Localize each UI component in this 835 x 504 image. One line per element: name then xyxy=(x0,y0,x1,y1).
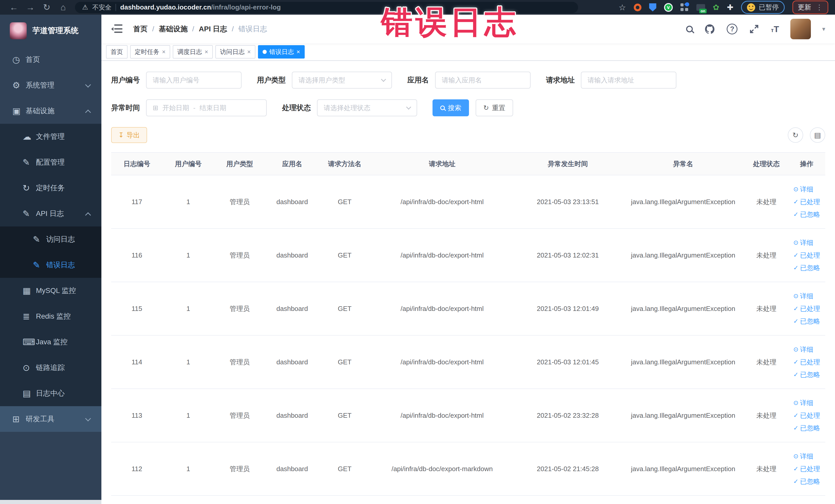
sidebar-item-label: 基础设施 xyxy=(26,106,55,116)
paused-profile-chip[interactable]: 已暂停 xyxy=(741,1,785,14)
help-icon[interactable]: ? xyxy=(727,24,737,35)
exception-time-range-picker[interactable]: ⊞ 开始日期 - 结束日期 xyxy=(146,99,267,116)
reload-icon[interactable]: ↻ xyxy=(40,0,54,15)
sidebar-item-14[interactable]: ⊞研发工具 xyxy=(0,406,101,432)
tab-1[interactable]: 定时任务× xyxy=(130,45,170,59)
cell-app: dashboard xyxy=(265,389,319,442)
chevron-down-icon xyxy=(85,82,91,88)
screen: ← → ↻ ⌂ ⚠ 不安全 dashboard.yudao.iocoder.cn… xyxy=(0,0,835,504)
extension-grid-drop-icon[interactable] xyxy=(680,3,689,12)
sidebar-item-4[interactable]: ✎配置管理 xyxy=(0,149,101,175)
bookmark-star-icon[interactable]: ☆ xyxy=(618,3,626,12)
export-button[interactable]: ↧导出 xyxy=(111,127,147,143)
user-avatar[interactable] xyxy=(790,19,811,39)
processed-link[interactable]: ✓已处理 xyxy=(793,464,820,473)
cell-actions: ⊙详细✓已处理✓已忽略 xyxy=(788,442,825,496)
refresh-table-button[interactable]: ↻ xyxy=(788,127,803,143)
sidebar-scrollbar[interactable] xyxy=(0,500,101,504)
cell-status: 未处理 xyxy=(745,442,788,496)
extension-shield-icon[interactable] xyxy=(649,3,656,12)
extension-leaf-icon[interactable]: ✿ xyxy=(713,3,719,12)
ignored-link[interactable]: ✓已忽略 xyxy=(793,210,820,219)
breadcrumb-item-0[interactable]: 首页 xyxy=(133,24,148,34)
ignored-link[interactable]: ✓已忽略 xyxy=(793,317,820,326)
column-header-2: 用户类型 xyxy=(214,153,265,175)
cell-actions: ⊙详细✓已处理✓已忽略 xyxy=(788,335,825,389)
close-icon[interactable]: × xyxy=(162,49,166,55)
fullscreen-icon[interactable] xyxy=(749,24,759,35)
font-size-icon[interactable]: тT xyxy=(771,24,779,34)
close-icon[interactable]: × xyxy=(205,49,208,55)
home-icon[interactable]: ⌂ xyxy=(56,0,70,15)
sidebar-item-7[interactable]: ✎访问日志 xyxy=(0,226,101,252)
column-settings-button[interactable]: ▤ xyxy=(810,127,825,143)
reset-button[interactable]: ↻重置 xyxy=(476,99,513,116)
collapse-sidebar-icon[interactable] xyxy=(111,24,122,34)
sidebar-item-8[interactable]: ✎错误日志 xyxy=(0,252,101,278)
cell-user_type: 管理员 xyxy=(214,335,265,389)
detail-link[interactable]: ⊙详细 xyxy=(793,292,813,301)
chevron-down-icon[interactable]: ▾ xyxy=(822,25,825,33)
tab-2[interactable]: 调度日志× xyxy=(173,45,213,59)
cell-url: /api/infra/db-doc/export-markdown xyxy=(370,442,514,496)
search-icon[interactable] xyxy=(686,26,693,32)
forward-icon[interactable]: → xyxy=(23,0,38,15)
detail-link[interactable]: ⊙详细 xyxy=(793,185,813,194)
sidebar-item-12[interactable]: ⊙链路追踪 xyxy=(0,355,101,381)
sidebar-item-3[interactable]: ☁文件管理 xyxy=(0,124,101,149)
detail-link[interactable]: ⊙详细 xyxy=(793,452,813,461)
sidebar-item-2[interactable]: ▣基础设施 xyxy=(0,98,101,124)
process-status-label: 处理状态 xyxy=(282,103,311,113)
user-type-select[interactable]: 请选择用户类型 xyxy=(292,72,392,88)
detail-link[interactable]: ⊙详细 xyxy=(793,238,813,247)
address-bar[interactable]: ⚠ 不安全 dashboard.yudao.iocoder.cn/infra/l… xyxy=(75,2,578,13)
search-button[interactable]: 搜索 xyxy=(432,99,469,116)
sidebar-item-1[interactable]: ⚙系统管理 xyxy=(0,73,101,98)
sidebar-item-5[interactable]: ↻定时任务 xyxy=(0,175,101,201)
ignored-link[interactable]: ✓已忽略 xyxy=(793,424,820,432)
filter-row-2: 异常时间 ⊞ 开始日期 - 结束日期 处理状态 请选择处理状态 搜索 ↻重置 xyxy=(111,99,825,116)
extension-on-badge-icon[interactable]: on xyxy=(696,4,705,11)
processed-link[interactable]: ✓已处理 xyxy=(793,304,820,313)
sidebar-item-11[interactable]: ⌨Java 监控 xyxy=(0,329,101,355)
detail-link[interactable]: ⊙详细 xyxy=(793,345,813,354)
github-icon[interactable] xyxy=(704,23,715,35)
ignored-link[interactable]: ✓已忽略 xyxy=(793,370,820,379)
sidebar-item-13[interactable]: ▤日志中心 xyxy=(0,381,101,406)
ignored-link[interactable]: ✓已忽略 xyxy=(793,263,820,273)
cell-user_type: 管理员 xyxy=(214,228,265,282)
user-id-label: 用户编号 xyxy=(111,75,140,85)
close-icon[interactable]: × xyxy=(247,49,251,55)
request-url-input[interactable]: 请输入请求地址 xyxy=(581,72,676,88)
sidebar-item-9[interactable]: ▦MySQL 监控 xyxy=(0,278,101,303)
tab-4[interactable]: 错误日志× xyxy=(258,45,305,59)
sidebar-item-6[interactable]: ✎API 日志 xyxy=(0,201,101,226)
app-name-input[interactable]: 请输入应用名 xyxy=(435,72,531,88)
sidebar-item-10[interactable]: ≣Redis 监控 xyxy=(0,303,101,329)
user-id-input[interactable]: 请输入用户编号 xyxy=(146,72,242,88)
process-status-select[interactable]: 请选择处理状态 xyxy=(317,99,417,116)
extensions-puzzle-icon[interactable]: ✚ xyxy=(727,3,733,12)
close-icon[interactable]: × xyxy=(297,49,300,55)
sidebar: 芋道管理系统 ◷首页⚙系统管理▣基础设施☁文件管理✎配置管理↻定时任务✎API … xyxy=(0,15,101,504)
extension-green-circle-icon[interactable]: v xyxy=(664,3,673,12)
processed-link[interactable]: ✓已处理 xyxy=(793,251,820,260)
kebab-menu-icon[interactable]: ⋮ xyxy=(816,3,823,12)
tab-3[interactable]: 访问日志× xyxy=(216,45,256,59)
breadcrumb-item-1[interactable]: 基础设施 xyxy=(159,24,188,34)
action-label: 详细 xyxy=(800,292,813,301)
tab-0[interactable]: 首页 xyxy=(106,45,127,59)
browser-update-button[interactable]: 更新 ⋮ xyxy=(792,1,828,14)
extension-orange-ring-icon[interactable] xyxy=(634,4,641,11)
breadcrumb-item-2[interactable]: API 日志 xyxy=(199,24,227,34)
detail-link[interactable]: ⊙详细 xyxy=(793,399,813,407)
processed-link[interactable]: ✓已处理 xyxy=(793,358,820,367)
sidebar-item-0[interactable]: ◷首页 xyxy=(0,47,101,73)
ignored-link[interactable]: ✓已忽略 xyxy=(793,477,820,486)
cell-time: 2021-05-02 23:32:28 xyxy=(514,389,622,442)
processed-link[interactable]: ✓已处理 xyxy=(793,411,820,420)
doc-edit-icon: ✎ xyxy=(33,234,46,244)
back-icon[interactable]: ← xyxy=(7,0,21,15)
download-icon: ↧ xyxy=(118,131,124,139)
processed-link[interactable]: ✓已处理 xyxy=(793,198,820,206)
